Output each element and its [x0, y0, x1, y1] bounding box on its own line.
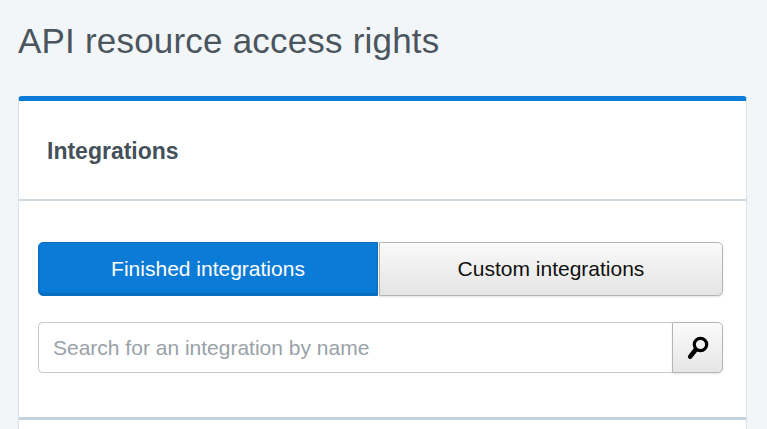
- finished-integrations-button[interactable]: Finished integrations: [38, 242, 378, 296]
- search-button[interactable]: [672, 322, 723, 373]
- panel-heading-title: Integrations: [47, 137, 718, 165]
- custom-integrations-button[interactable]: Custom integrations: [379, 242, 723, 296]
- integration-search-group: [38, 322, 723, 373]
- page-background: { "page": { "title": "API resource acces…: [0, 0, 767, 429]
- panel-body: Finished integrations Custom integration…: [19, 201, 746, 420]
- integration-search-input[interactable]: [38, 322, 672, 373]
- page-title: API resource access rights: [18, 21, 439, 61]
- search-icon: [685, 335, 711, 361]
- panel-heading: Integrations: [19, 101, 746, 201]
- integrations-panel: Integrations Finished integrations Custo…: [18, 96, 747, 429]
- integration-type-toggle: Finished integrations Custom integration…: [38, 242, 723, 296]
